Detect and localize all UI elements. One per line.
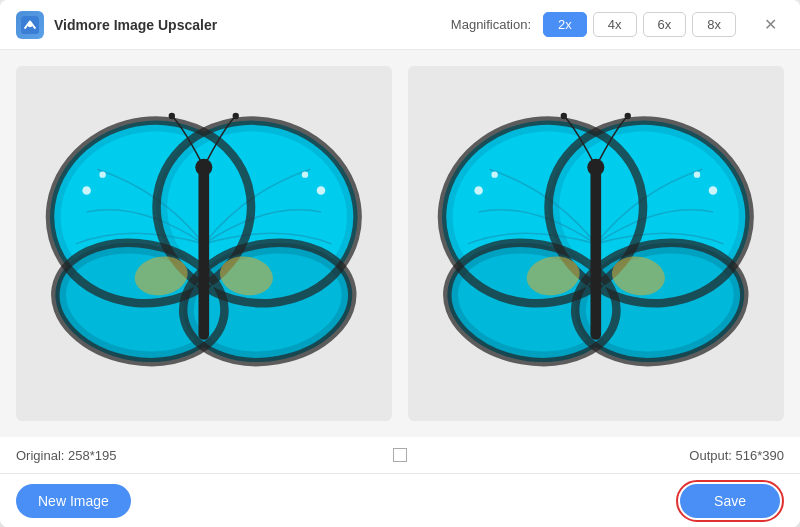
- svg-point-18: [302, 171, 308, 177]
- output-image-panel: [408, 66, 784, 421]
- compare-checkbox[interactable]: [393, 448, 407, 462]
- mag-2x-button[interactable]: 2x: [543, 12, 587, 37]
- svg-point-45: [587, 158, 604, 175]
- svg-point-24: [233, 112, 239, 118]
- app-title: Vidmore Image Upscaler: [54, 17, 217, 33]
- main-content: [0, 50, 800, 437]
- title-bar: Vidmore Image Upscaler Magnification: 2x…: [0, 0, 800, 50]
- svg-point-15: [83, 186, 92, 195]
- app-window: Vidmore Image Upscaler Magnification: 2x…: [0, 0, 800, 527]
- original-image-panel: [16, 66, 392, 421]
- svg-point-1: [28, 22, 33, 27]
- svg-point-41: [694, 171, 700, 177]
- svg-rect-44: [591, 169, 602, 339]
- mag-8x-button[interactable]: 8x: [692, 12, 736, 37]
- svg-point-17: [317, 186, 326, 195]
- original-dimensions: Original: 258*195: [16, 448, 116, 463]
- mag-4x-button[interactable]: 4x: [593, 12, 637, 37]
- app-logo: [16, 11, 44, 39]
- mag-6x-button[interactable]: 6x: [643, 12, 687, 37]
- output-butterfly-image: [436, 93, 756, 395]
- svg-rect-21: [199, 169, 210, 339]
- magnification-group: 2x 4x 6x 8x: [543, 12, 736, 37]
- svg-point-38: [475, 186, 484, 195]
- svg-point-16: [100, 171, 106, 177]
- svg-point-39: [492, 171, 498, 177]
- close-button[interactable]: ✕: [756, 11, 784, 39]
- footer: New Image Save: [0, 473, 800, 527]
- new-image-button[interactable]: New Image: [16, 484, 131, 518]
- original-butterfly-image: [44, 93, 364, 395]
- info-bar: Original: 258*195 Output: 516*390: [0, 437, 800, 473]
- save-button[interactable]: Save: [680, 484, 780, 518]
- svg-point-47: [625, 112, 631, 118]
- magnification-label: Magnification:: [451, 17, 531, 32]
- svg-point-46: [561, 112, 567, 118]
- svg-point-22: [195, 158, 212, 175]
- output-dimensions: Output: 516*390: [689, 448, 784, 463]
- svg-point-40: [709, 186, 718, 195]
- svg-point-23: [169, 112, 175, 118]
- save-button-wrapper: Save: [676, 480, 784, 522]
